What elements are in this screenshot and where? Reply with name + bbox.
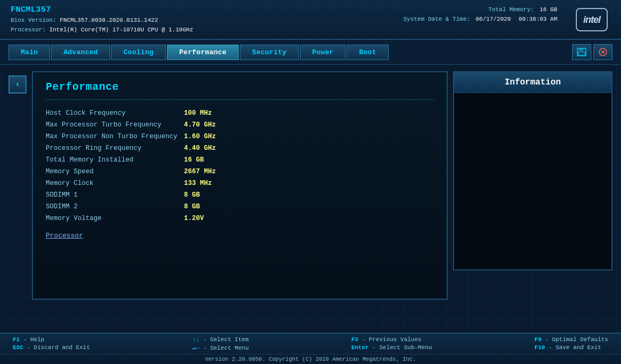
table-row: Host Clock Frequency 100 MHz bbox=[46, 107, 434, 119]
time-value: 09:38:03 AM bbox=[518, 16, 557, 22]
table-row: Memory Speed 2667 MHz bbox=[46, 166, 434, 177]
row-value: 4.70 GHz bbox=[184, 121, 216, 129]
bios-info: Bios Version: FNCML357.0038.2020.0131.14… bbox=[11, 16, 193, 35]
row-label: Total Memory Installed bbox=[46, 156, 184, 164]
footer-middle: ↑↓ - Select Item ↵→ - Select Menu bbox=[192, 336, 249, 351]
panel-divider bbox=[46, 99, 434, 100]
row-value: 100 MHz bbox=[184, 109, 212, 117]
save-button[interactable] bbox=[572, 44, 591, 60]
intel-logo-circle: intel bbox=[576, 8, 608, 31]
row-value: 8 GB bbox=[184, 203, 200, 210]
info-panel-header: Information bbox=[454, 72, 611, 93]
row-value: 2667 MHz bbox=[184, 168, 216, 175]
exit-button[interactable] bbox=[593, 44, 612, 60]
row-label: SODIMM 1 bbox=[46, 191, 184, 199]
desc-prev-values: - Previous Values bbox=[362, 336, 421, 343]
key-f9: F9 bbox=[534, 336, 541, 343]
back-button[interactable]: ‹ bbox=[9, 75, 27, 94]
row-value: 1.20V bbox=[184, 215, 204, 222]
key-f1: F1 bbox=[13, 336, 20, 343]
table-row: Memory Voltage 1.20V bbox=[46, 213, 434, 224]
footer-right: F3 - Previous Values Enter - Select Sub-… bbox=[351, 336, 432, 351]
footer-copyright: Version 2.20.0050. Copyright (C) 2020 Am… bbox=[0, 354, 621, 364]
tab-cooling[interactable]: Cooling bbox=[111, 45, 166, 60]
footer-item: F9 - Optimal Defaults bbox=[534, 336, 608, 343]
memory-line: Total Memory: 16 GB bbox=[404, 5, 557, 15]
info-panel-body bbox=[454, 93, 611, 268]
row-label: Host Clock Frequency bbox=[46, 109, 184, 117]
desc-optimal: - Optimal Defaults bbox=[545, 336, 608, 343]
table-row: SODIMM 2 8 GB bbox=[46, 201, 434, 213]
footer-row1: F1 - Help ESC - Discard and Exit ↑↓ - Se… bbox=[0, 334, 621, 354]
header: FNCML357 Bios Version: FNCML357.0038.202… bbox=[0, 0, 621, 40]
tab-performance[interactable]: Performance bbox=[167, 45, 239, 60]
footer-item: ESC - Discard and Exit bbox=[13, 344, 90, 351]
table-row: Memory Clock 133 MHz bbox=[46, 177, 434, 189]
row-label: Max Processor Turbo Frequency bbox=[46, 121, 184, 129]
intel-logo-text: intel bbox=[583, 14, 600, 26]
footer-far-right: F9 - Optimal Defaults F10 - Save and Exi… bbox=[534, 336, 608, 351]
desc-select-menu: - Select Menu bbox=[203, 345, 249, 351]
footer-item: Enter - Select Sub-Menu bbox=[351, 344, 432, 351]
footer: F1 - Help ESC - Discard and Exit ↑↓ - Se… bbox=[0, 333, 621, 364]
svg-rect-1 bbox=[579, 48, 583, 51]
memory-value: 16 GB bbox=[540, 6, 557, 13]
bios-label: Bios Version: bbox=[11, 17, 56, 23]
table-row: Max Processor Turbo Frequency 4.70 GHz bbox=[46, 119, 434, 131]
table-row: Processor Ring Frequency 4.40 GHz bbox=[46, 142, 434, 154]
desc-save-exit: - Save and Exit bbox=[549, 344, 601, 351]
header-left: FNCML357 Bios Version: FNCML357.0038.202… bbox=[11, 5, 193, 35]
tab-power[interactable]: Power bbox=[300, 45, 346, 60]
nav-buttons bbox=[572, 44, 612, 60]
intel-logo: intel bbox=[573, 6, 610, 33]
table-row: Total Memory Installed 16 GB bbox=[46, 154, 434, 166]
key-enter: Enter bbox=[351, 344, 369, 351]
key-esc: ESC bbox=[13, 344, 23, 351]
desc-discard: - Discard and Exit bbox=[27, 344, 90, 351]
main-content: ‹ Performance Host Clock Frequency 100 M… bbox=[0, 65, 621, 306]
desc-select-item: - Select Item bbox=[203, 336, 249, 343]
tab-security[interactable]: Security bbox=[240, 45, 299, 60]
memory-label: Total Memory: bbox=[489, 6, 534, 13]
row-label: Processor Ring Frequency bbox=[46, 145, 184, 152]
table-row: Max Processor Non Turbo Frequency 1.60 G… bbox=[46, 131, 434, 142]
row-label: Memory Speed bbox=[46, 168, 184, 175]
footer-item: F3 - Previous Values bbox=[351, 336, 432, 343]
footer-item: F10 - Save and Exit bbox=[534, 344, 608, 351]
processor-label: Processor: bbox=[11, 27, 46, 33]
panel-title: Performance bbox=[46, 81, 434, 93]
processor-link[interactable]: Processor bbox=[46, 232, 83, 240]
svg-rect-2 bbox=[578, 52, 585, 55]
key-menu: ↵→ bbox=[192, 345, 199, 351]
content-panel: Performance Host Clock Frequency 100 MHz… bbox=[32, 71, 448, 300]
tab-main[interactable]: Main bbox=[9, 45, 50, 60]
bios-value: FNCML357.0038.2020.0131.1422 bbox=[60, 17, 158, 23]
row-label: Memory Voltage bbox=[46, 215, 184, 222]
tab-boot[interactable]: Boot bbox=[347, 45, 388, 60]
footer-item: F1 - Help bbox=[13, 336, 90, 343]
key-arrows: ↑↓ bbox=[192, 336, 199, 343]
row-value: 133 MHz bbox=[184, 180, 212, 187]
footer-item: ↑↓ - Select Item bbox=[192, 336, 249, 343]
datetime-label: System Date & Time: bbox=[404, 16, 470, 22]
nav-bar: Main Advanced Cooling Performance Securi… bbox=[0, 40, 621, 65]
date-value: 06/17/2020 bbox=[476, 16, 511, 22]
datetime-line: System Date & Time: 06/17/2020 09:38:03 … bbox=[404, 15, 557, 24]
key-f10: F10 bbox=[534, 344, 545, 351]
table-row: SODIMM 1 8 GB bbox=[46, 189, 434, 201]
desc-help: - Help bbox=[23, 336, 45, 343]
tab-advanced[interactable]: Advanced bbox=[51, 45, 110, 60]
processor-value: Intel(R) Core(TM) i7-10710U CPU @ 1.10GH… bbox=[49, 27, 194, 33]
row-label: Max Processor Non Turbo Frequency bbox=[46, 133, 184, 140]
row-value: 8 GB bbox=[184, 191, 200, 199]
row-label: Memory Clock bbox=[46, 180, 184, 187]
header-right: Total Memory: 16 GB System Date & Time: … bbox=[404, 5, 557, 24]
row-value: 16 GB bbox=[184, 156, 204, 164]
key-f3: F3 bbox=[351, 336, 358, 343]
footer-left: F1 - Help ESC - Discard and Exit bbox=[13, 336, 90, 351]
model-name: FNCML357 bbox=[11, 5, 193, 14]
row-value: 1.60 GHz bbox=[184, 133, 216, 140]
row-label: SODIMM 2 bbox=[46, 203, 184, 210]
info-panel: Information bbox=[453, 71, 612, 270]
desc-sub-menu: - Select Sub-Menu bbox=[372, 344, 432, 351]
